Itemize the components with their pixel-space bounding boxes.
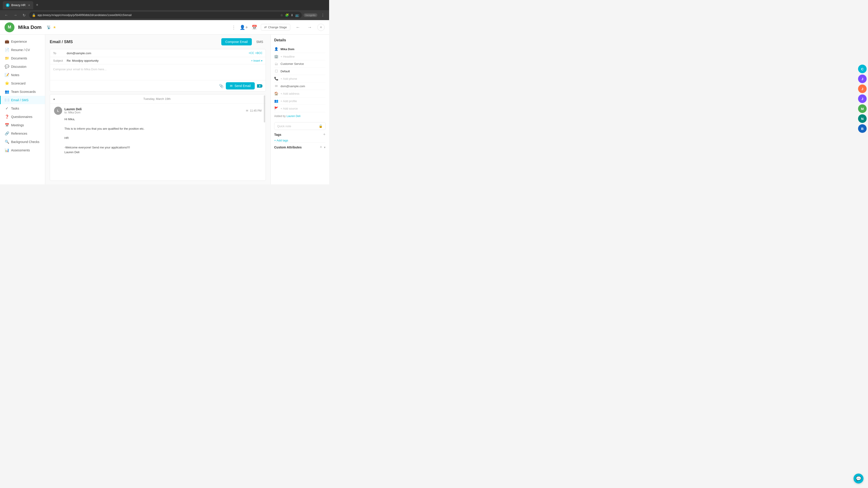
addr-icons: ☆ 🧩 ⬇ 📺 [280,13,299,17]
sidebar-item-meetings[interactable]: 📅 Meetings [0,121,45,129]
sidebar-item-experience[interactable]: 💼 Experience [0,37,45,46]
quick-note-lock-icon: 🔒 [319,124,322,128]
detail-row-company: 🗂 Customer Service [274,60,326,68]
scrollbar-track[interactable] [264,94,266,181]
to-value[interactable]: dom@sample.com [67,52,249,55]
sidebar-item-email-sms[interactable]: ✉️ Email / SMS [0,96,45,104]
send-email-icon: ✉ [230,84,232,88]
detail-default: Default [281,70,290,73]
sidebar-item-assessments[interactable]: 📊 Assessments [0,146,45,154]
email-header-btns: Compose Email SMS [221,38,266,45]
extensions-icon[interactable]: 🧩 [285,13,289,17]
next-candidate-btn[interactable]: → [306,24,314,31]
sidebar-item-team-scorecards[interactable]: 👥 Team Scorecards [0,88,45,96]
change-stage-btn[interactable]: ⇄ Change Stage [261,24,290,31]
sidebar-item-scorecard[interactable]: ⭐ Scorecard [0,79,45,88]
sidebar-label-resume: Resume / CV [11,48,30,52]
sidebar-label-tasks: Tasks [11,107,19,110]
send-email-btn[interactable]: ✉ Send Email [226,82,255,90]
right-details-panel: Details 👤 Mika Dom 🏢 + Headline 🗂 Custom… [270,35,329,184]
msg-line-3: HR [64,136,261,140]
active-tab[interactable]: B Breezy HR × [3,1,33,9]
to-field: To dom@sample.com +CC +BCC [50,49,266,57]
cc-btn[interactable]: +CC [249,52,254,55]
bcc-btn[interactable]: +BCC [255,52,262,55]
to-label: To [53,52,67,55]
subject-value[interactable]: Re: Moodjoy opportunity [67,59,251,62]
lock-icon: 🔒 [32,13,36,17]
calendar-btn[interactable]: 📅 [252,25,257,30]
added-by-name: Lauren Deli [287,115,301,118]
sidebar-item-resume-cv[interactable]: 📄 Resume / CV [0,46,45,54]
sidebar-label-references: References [11,132,27,135]
compose-footer: 📎 ✉ Send Email ▾ [50,80,266,91]
menu-btn[interactable]: ⋮ [319,12,327,18]
detail-row-source: 🚩 + Add source [274,105,326,112]
msg-body: Hi Mika, This is to inform you that you … [64,117,261,155]
address-icon: 🏠 [274,92,278,96]
more-options-btn[interactable]: ⋮ [231,25,236,30]
sidebar-label-questionnaires: Questionnaires [11,115,32,119]
add-tag-btn[interactable]: + [323,132,326,137]
close-panel-btn[interactable]: × [317,24,324,31]
scrollbar-thumb[interactable] [264,95,265,123]
add-person-btn[interactable]: 👤+ [240,25,248,30]
source-placeholder[interactable]: + Add source [281,107,298,110]
address-bar-row: ← → ↻ 🔒 app.breezy.hr/app/c/moodjoy/p/5b… [0,10,329,20]
sidebar-item-references[interactable]: 🔗 References [0,129,45,138]
scroll-up-btn[interactable]: ▲ [53,97,56,101]
custom-attr-chevron[interactable]: ▾ [324,145,326,149]
refresh-btn[interactable]: ↻ [21,12,27,18]
compose-email-btn[interactable]: Compose Email [221,38,252,45]
headline-placeholder[interactable]: + Headline [281,55,295,58]
compose-body[interactable]: Compose your email to Mika Dom here... [50,64,266,80]
star-icon[interactable]: ★ [53,25,56,29]
header-actions: ⋮ 👤+ 📅 ⇄ Change Stage ← → × [231,24,324,31]
prev-candidate-btn[interactable]: ← [294,24,302,31]
sidebar-item-documents[interactable]: 📁 Documents [0,54,45,62]
send-toggle-btn[interactable]: ▾ [257,84,262,88]
email-compose: To dom@sample.com +CC +BCC Subject Re: M… [50,49,266,92]
sidebar-label-notes: Notes [11,73,20,77]
email-message: L Lauren Deli to: Mika Dom ✉ 11:45 PM [50,103,266,158]
sidebar-item-discussion[interactable]: 💬 Discussion [0,62,45,71]
browser-chrome: B Breezy HR × + [0,0,329,10]
detail-row-headline: 🏢 + Headline [274,53,326,60]
sidebar-item-tasks[interactable]: ✓ Tasks [0,104,45,112]
sidebar-item-background-checks[interactable]: 🔍 Background Checks [0,138,45,146]
forward-btn[interactable]: → [12,12,19,18]
sidebar-label-discussion: Discussion [11,65,26,68]
sms-btn[interactable]: SMS [254,38,266,45]
quick-note-field[interactable]: Quick note 🔒 [274,122,326,130]
download-icon[interactable]: ⬇ [291,13,293,17]
address-bar[interactable]: 🔒 app.breezy.hr/app/c/moodjoy/p/5b46f90d… [29,12,302,19]
content-area: 💼 Experience 📄 Resume / CV 📁 Documents 💬… [0,35,329,184]
custom-attr-title: Custom Attributes [274,145,302,149]
insert-btn[interactable]: + Insert ▾ [251,59,262,62]
profile-placeholder[interactable]: + Add profile [281,99,297,103]
detail-company: Customer Service [281,62,304,66]
add-custom-attr-btn[interactable]: + [320,145,322,150]
sidebar-label-scorecard: Scorecard [11,82,26,85]
references-icon: 🔗 [5,131,9,135]
add-tags-link[interactable]: + Add tags [274,138,326,142]
quick-note-section: Quick note 🔒 [274,122,326,130]
new-tab-btn[interactable]: + [34,2,40,8]
assessments-icon: 📊 [5,148,9,152]
cast-icon[interactable]: 📺 [295,13,299,17]
phone-placeholder[interactable]: + Add phone [281,77,297,80]
meetings-icon: 📅 [5,123,9,127]
thread-date-divider: ▲ Tuesday, March 19th [50,94,266,103]
msg-line-2: This is to inform you that you are quali… [64,127,261,131]
sidebar-item-notes[interactable]: 📝 Notes [0,71,45,79]
sidebar-label-background-checks: Background Checks [11,140,39,144]
header-icons: 📡 ★ [46,25,56,29]
msg-line-4: -Welcome everyone! Send me your applicat… [64,145,261,150]
tab-close-btn[interactable]: × [28,3,30,7]
phone-icon: 📞 [274,76,278,80]
address-placeholder[interactable]: + Add address [281,92,299,95]
sidebar-item-questionnaires[interactable]: ❓ Questionnaires [0,112,45,121]
bookmark-icon[interactable]: ☆ [280,13,283,17]
back-btn[interactable]: ← [3,12,10,18]
attachment-icon[interactable]: 📎 [219,84,223,88]
